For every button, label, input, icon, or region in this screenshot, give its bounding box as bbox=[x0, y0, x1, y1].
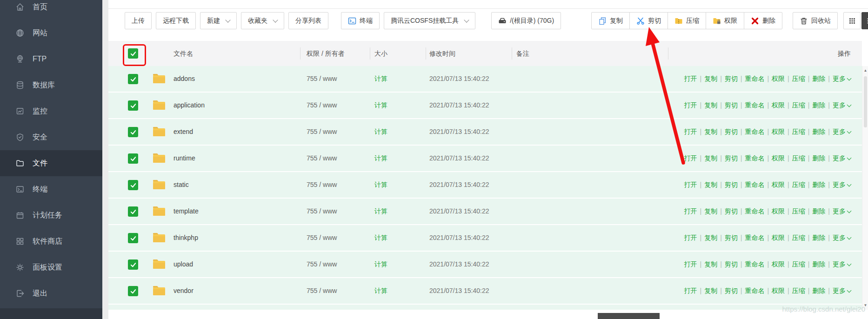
cosfs-tool-dropdown-button[interactable]: 腾讯云COSFS挂载工具 bbox=[384, 12, 475, 29]
row-action-2[interactable]: 复制 bbox=[704, 75, 717, 82]
row-action-8[interactable]: 更多 bbox=[833, 234, 846, 241]
row-action-1[interactable]: 打开 bbox=[684, 260, 697, 268]
row-action-4[interactable]: 重命名 bbox=[745, 287, 764, 294]
sidebar-item-database[interactable]: 数据库 bbox=[0, 72, 102, 98]
row-action-3[interactable]: 剪切 bbox=[725, 207, 738, 215]
row-action-3[interactable]: 剪切 bbox=[725, 234, 738, 241]
file-name[interactable]: thinkphp bbox=[174, 225, 198, 251]
file-name[interactable]: template bbox=[174, 199, 199, 224]
row-action-1[interactable]: 打开 bbox=[684, 101, 697, 109]
row-action-4[interactable]: 重命名 bbox=[745, 154, 764, 162]
file-name[interactable]: runtime bbox=[174, 146, 195, 171]
row-checkbox[interactable] bbox=[128, 180, 138, 190]
row-checkbox[interactable] bbox=[128, 233, 138, 243]
sidebar-item-appstore[interactable]: 软件商店 bbox=[0, 228, 102, 254]
row-checkbox[interactable] bbox=[128, 259, 138, 270]
row-action-5[interactable]: 权限 bbox=[772, 181, 785, 188]
row-action-2[interactable]: 复制 bbox=[704, 287, 717, 294]
row-action-6[interactable]: 压缩 bbox=[792, 207, 805, 215]
row-checkbox[interactable] bbox=[128, 127, 138, 137]
row-action-7[interactable]: 删除 bbox=[812, 75, 825, 82]
delete-button[interactable]: 删除 bbox=[744, 12, 782, 29]
file-size-calc-link[interactable]: 计算 bbox=[374, 278, 387, 304]
row-action-2[interactable]: 复制 bbox=[704, 207, 717, 215]
row-checkbox[interactable] bbox=[128, 286, 138, 296]
permission-button[interactable]: 权限 bbox=[706, 12, 744, 29]
row-action-8[interactable]: 更多 bbox=[833, 260, 846, 268]
row-action-6[interactable]: 压缩 bbox=[792, 181, 805, 188]
row-action-8[interactable]: 更多 bbox=[833, 181, 846, 188]
sidebar-item-logout[interactable]: 退出 bbox=[0, 280, 102, 306]
vertical-scrollbar[interactable]: ▲ ▼ bbox=[862, 66, 868, 310]
row-action-3[interactable]: 剪切 bbox=[725, 260, 738, 268]
row-action-7[interactable]: 删除 bbox=[812, 128, 825, 135]
grid-view-button[interactable] bbox=[843, 12, 861, 29]
row-action-4[interactable]: 重命名 bbox=[745, 260, 764, 268]
sidebar-item-security[interactable]: 安全 bbox=[0, 124, 102, 150]
share-list-button[interactable]: 分享列表 bbox=[288, 12, 328, 29]
row-action-2[interactable]: 复制 bbox=[704, 154, 717, 162]
row-action-6[interactable]: 压缩 bbox=[792, 75, 805, 82]
file-name[interactable]: upload bbox=[174, 252, 193, 277]
row-action-5[interactable]: 权限 bbox=[772, 287, 785, 294]
row-action-4[interactable]: 重命名 bbox=[745, 181, 764, 188]
row-action-7[interactable]: 删除 bbox=[812, 154, 825, 162]
new-dropdown-button[interactable]: 新建 bbox=[200, 12, 237, 29]
sidebar-item-ftp[interactable]: FTP bbox=[0, 46, 102, 72]
row-action-4[interactable]: 重命名 bbox=[745, 234, 764, 241]
file-size-calc-link[interactable]: 计算 bbox=[374, 66, 387, 92]
row-checkbox[interactable] bbox=[128, 206, 138, 217]
favorites-dropdown-button[interactable]: 收藏夹 bbox=[241, 12, 284, 29]
recycle-bin-button[interactable]: 回收站 bbox=[793, 12, 838, 29]
compress-button[interactable]: 压缩 bbox=[668, 12, 706, 29]
sidebar-item-site[interactable]: 网站 bbox=[0, 20, 102, 46]
row-action-5[interactable]: 权限 bbox=[772, 234, 785, 241]
sidebar-item-files[interactable]: 文件 bbox=[0, 150, 102, 176]
sidebar-item-cron[interactable]: 计划任务 bbox=[0, 202, 102, 228]
row-action-8[interactable]: 更多 bbox=[833, 154, 846, 162]
row-action-2[interactable]: 复制 bbox=[704, 101, 717, 109]
file-name[interactable]: application bbox=[174, 93, 205, 118]
row-action-5[interactable]: 权限 bbox=[772, 75, 785, 82]
row-action-8[interactable]: 更多 bbox=[833, 75, 846, 82]
row-action-3[interactable]: 剪切 bbox=[725, 181, 738, 188]
file-size-calc-link[interactable]: 计算 bbox=[374, 119, 387, 145]
copy-button[interactable]: 复制 bbox=[591, 12, 630, 29]
row-action-8[interactable]: 更多 bbox=[833, 101, 846, 109]
row-action-6[interactable]: 压缩 bbox=[792, 287, 805, 294]
row-action-4[interactable]: 重命名 bbox=[745, 207, 764, 215]
scroll-up-arrow[interactable]: ▲ bbox=[862, 68, 868, 73]
row-action-3[interactable]: 剪切 bbox=[725, 128, 738, 135]
row-action-1[interactable]: 打开 bbox=[684, 234, 697, 241]
file-size-calc-link[interactable]: 计算 bbox=[374, 225, 387, 251]
file-size-calc-link[interactable]: 计算 bbox=[374, 199, 387, 224]
select-all-checkbox[interactable] bbox=[128, 48, 138, 59]
row-checkbox[interactable] bbox=[128, 153, 138, 164]
row-action-7[interactable]: 删除 bbox=[812, 101, 825, 109]
row-action-6[interactable]: 压缩 bbox=[792, 154, 805, 162]
row-action-5[interactable]: 权限 bbox=[772, 101, 785, 109]
row-action-5[interactable]: 权限 bbox=[772, 154, 785, 162]
row-action-4[interactable]: 重命名 bbox=[745, 75, 764, 82]
row-action-5[interactable]: 权限 bbox=[772, 260, 785, 268]
row-action-8[interactable]: 更多 bbox=[833, 128, 846, 135]
row-action-3[interactable]: 剪切 bbox=[725, 101, 738, 109]
file-size-calc-link[interactable]: 计算 bbox=[374, 93, 387, 118]
row-action-1[interactable]: 打开 bbox=[684, 75, 697, 82]
row-action-2[interactable]: 复制 bbox=[704, 181, 717, 188]
row-action-1[interactable]: 打开 bbox=[684, 207, 697, 215]
row-action-4[interactable]: 重命名 bbox=[745, 128, 764, 135]
sidebar-item-terminal[interactable]: 终端 bbox=[0, 176, 102, 202]
row-action-7[interactable]: 删除 bbox=[812, 260, 825, 268]
row-action-5[interactable]: 权限 bbox=[772, 207, 785, 215]
row-action-8[interactable]: 更多 bbox=[833, 287, 846, 294]
row-action-7[interactable]: 删除 bbox=[812, 287, 825, 294]
row-action-6[interactable]: 压缩 bbox=[792, 234, 805, 241]
file-name[interactable]: static bbox=[174, 172, 189, 198]
row-action-1[interactable]: 打开 bbox=[684, 128, 697, 135]
row-action-1[interactable]: 打开 bbox=[684, 154, 697, 162]
file-size-calc-link[interactable]: 计算 bbox=[374, 172, 387, 198]
row-action-7[interactable]: 删除 bbox=[812, 207, 825, 215]
list-view-button[interactable] bbox=[861, 12, 868, 29]
row-action-2[interactable]: 复制 bbox=[704, 234, 717, 241]
